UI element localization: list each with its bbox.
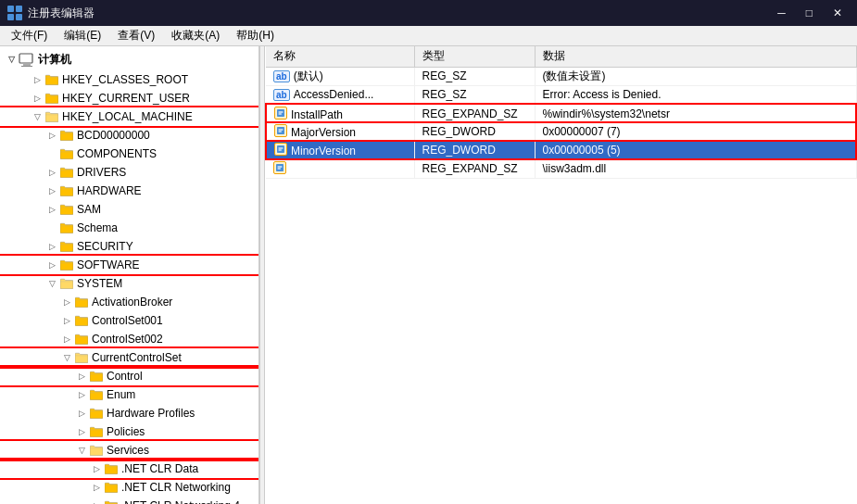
menu-file[interactable]: 文件(F): [4, 26, 55, 45]
table-body: ab(默认)REG_SZ(数值未设置)abAccessDenied...REG_…: [266, 67, 856, 178]
cell-type: REG_DWORD: [414, 141, 535, 159]
tree-label-sam: SAM: [77, 203, 101, 216]
tree-label-policies: Policies: [107, 425, 145, 438]
tree-item-hardware[interactable]: ▷ HARDWARE: [0, 182, 258, 200]
expander-bcd[interactable]: ▷: [44, 128, 59, 143]
tree-label-services: Services: [107, 444, 149, 457]
menu-view[interactable]: 查看(V): [110, 26, 162, 45]
table-row[interactable]: REG_EXPAND_SZ\iisw3adm.dll: [266, 159, 856, 178]
folder-icon-netclr: [104, 461, 119, 476]
tree-item-software[interactable]: ▷ SOFTWARE: [0, 256, 258, 274]
svg-rect-9: [279, 113, 282, 114]
cell-name: [266, 159, 414, 178]
table-header-row: 名称 类型 数据: [266, 46, 856, 67]
tree-label-hardware: HARDWARE: [77, 184, 142, 197]
tree-label-activation_broker: ActivationBroker: [92, 296, 172, 309]
expander-controlset001[interactable]: ▷: [59, 313, 74, 328]
tree-root[interactable]: ▽ 计算机: [0, 48, 258, 70]
expander-hardware_profiles[interactable]: ▷: [74, 406, 89, 421]
expander-drivers[interactable]: ▷: [44, 165, 59, 180]
table-row[interactable]: abAccessDenied...REG_SZError: Access is …: [266, 85, 856, 104]
tree-item-sam[interactable]: ▷ SAM: [0, 200, 258, 219]
root-expander[interactable]: ▽: [4, 52, 19, 67]
cell-type: REG_SZ: [414, 67, 535, 85]
expander-activation_broker[interactable]: ▷: [59, 295, 74, 309]
svg-rect-14: [279, 147, 284, 148]
expander-currentcontrolset[interactable]: ▽: [59, 350, 74, 365]
tree-item-netclr[interactable]: ▷ .NET CLR Data: [0, 460, 258, 478]
expander-security[interactable]: ▷: [44, 239, 59, 254]
expander-netclr[interactable]: ▷: [89, 461, 104, 476]
expander-system[interactable]: ▽: [44, 276, 59, 291]
tree-label-software: SOFTWARE: [77, 258, 140, 271]
tree-item-netclr_networking4[interactable]: ▷ .NET CLR Networking 4: [0, 497, 258, 504]
menu-edit[interactable]: 编辑(E): [57, 26, 108, 45]
tree-item-classes_root[interactable]: ▷ HKEY_CLASSES_ROOT: [0, 70, 258, 89]
tree-label-hardware_profiles: Hardware Profiles: [107, 407, 195, 420]
svg-rect-17: [278, 167, 283, 168]
tree-item-currentcontrolset[interactable]: ▽ CurrentControlSet: [0, 348, 258, 367]
tree-item-controlset002[interactable]: ▷ ControlSet002: [0, 330, 258, 348]
expander-classes_root[interactable]: ▷: [30, 72, 44, 87]
expander-netclr_networking[interactable]: ▷: [89, 480, 104, 495]
folder-icon-enum: [89, 387, 104, 402]
expander-policies[interactable]: ▷: [74, 424, 89, 439]
tree-item-schema[interactable]: Schema: [0, 219, 258, 237]
folder-icon-security: [59, 239, 74, 254]
expander-local_machine[interactable]: ▽: [30, 109, 44, 124]
tree-item-system[interactable]: ▽ SYSTEM: [0, 274, 258, 293]
cell-type: REG_SZ: [414, 85, 535, 104]
tree-item-netclr_networking[interactable]: ▷ .NET CLR Networking: [0, 478, 258, 497]
svg-rect-15: [279, 149, 282, 150]
tree-item-bcd[interactable]: ▷ BCD00000000: [0, 126, 258, 145]
expander-schema[interactable]: [44, 220, 59, 235]
folder-icon-current_user: [44, 91, 59, 106]
tree-item-drivers[interactable]: ▷ DRIVERS: [0, 163, 258, 182]
tree-item-components[interactable]: COMPONENTS: [0, 145, 258, 163]
close-button[interactable]: ✕: [825, 6, 850, 19]
tree-item-hardware_profiles[interactable]: ▷ Hardware Profiles: [0, 404, 258, 422]
tree-item-local_machine[interactable]: ▽ HKEY_LOCAL_MACHINE: [0, 107, 258, 126]
maximize-button[interactable]: □: [799, 6, 820, 19]
col-data[interactable]: 数据: [535, 46, 856, 67]
folder-icon-hardware: [59, 183, 74, 198]
expander-services[interactable]: ▽: [74, 443, 89, 458]
tree-item-current_user[interactable]: ▷ HKEY_CURRENT_USER: [0, 89, 258, 107]
expander-software[interactable]: ▷: [44, 258, 59, 272]
tree-item-services[interactable]: ▽ Services: [0, 441, 258, 460]
expander-control[interactable]: ▷: [74, 369, 89, 384]
svg-rect-16: [276, 164, 284, 171]
expander-hardware[interactable]: ▷: [44, 183, 59, 198]
folder-icon-netclr_networking4: [104, 498, 119, 504]
minimize-button[interactable]: ─: [770, 6, 793, 19]
expander-current_user[interactable]: ▷: [30, 91, 44, 106]
table-row[interactable]: MinorVersionREG_DWORD0x00000005 (5): [266, 141, 856, 159]
menu-favorites[interactable]: 收藏夹(A): [164, 26, 227, 45]
svg-rect-4: [19, 54, 32, 63]
tree-item-activation_broker[interactable]: ▷ ActivationBroker: [0, 293, 258, 311]
svg-rect-0: [7, 6, 14, 12]
svg-rect-18: [278, 169, 281, 170]
tree-label-controlset001: ControlSet001: [92, 314, 163, 327]
tree-item-policies[interactable]: ▷ Policies: [0, 422, 258, 441]
folder-icon-schema: [59, 220, 74, 235]
tree-item-control[interactable]: ▷ Control: [0, 367, 258, 385]
expander-controlset002[interactable]: ▷: [59, 332, 74, 346]
tree-item-enum[interactable]: ▷ Enum: [0, 385, 258, 404]
menu-help[interactable]: 帮助(H): [229, 26, 282, 45]
cell-name: MinorVersion: [266, 141, 414, 159]
expander-components[interactable]: [44, 146, 59, 161]
col-type[interactable]: 类型: [414, 46, 535, 67]
table-row[interactable]: MajorVersionREG_DWORD0x00000007 (7): [266, 122, 856, 141]
tree-item-controlset001[interactable]: ▷ ControlSet001: [0, 311, 258, 330]
tree-item-security[interactable]: ▷ SECURITY: [0, 237, 258, 256]
tree-label-bcd: BCD00000000: [77, 129, 150, 142]
expander-enum[interactable]: ▷: [74, 387, 89, 402]
col-name[interactable]: 名称: [266, 46, 414, 67]
table-row[interactable]: InstallPathREG_EXPAND_SZ%windir%\system3…: [266, 104, 856, 122]
table-row[interactable]: ab(默认)REG_SZ(数值未设置): [266, 67, 856, 85]
expander-sam[interactable]: ▷: [44, 202, 59, 217]
svg-rect-5: [23, 64, 31, 66]
cell-type: REG_EXPAND_SZ: [414, 104, 535, 122]
expander-netclr_networking4[interactable]: ▷: [89, 498, 104, 504]
